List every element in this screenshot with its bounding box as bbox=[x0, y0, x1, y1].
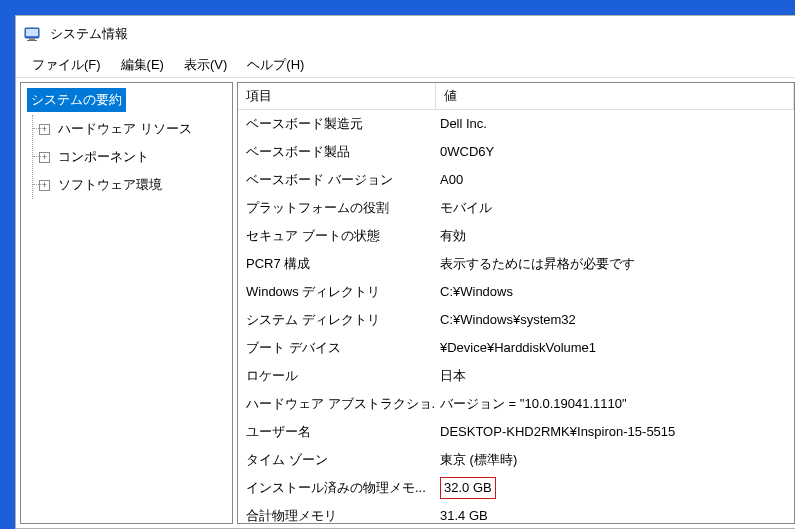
cell-value: モバイル bbox=[436, 194, 794, 222]
cell-value: Dell Inc. bbox=[436, 110, 794, 138]
cell-value: 0WCD6Y bbox=[436, 138, 794, 166]
highlighted-value: 32.0 GB bbox=[440, 477, 496, 499]
svg-rect-3 bbox=[27, 40, 37, 41]
cell-value: バージョン = "10.0.19041.1110" bbox=[436, 390, 794, 418]
menu-file[interactable]: ファイル(F) bbox=[22, 53, 111, 77]
cell-key: ベースボード製造元 bbox=[238, 110, 436, 138]
menubar: ファイル(F) 編集(E) 表示(V) ヘルプ(H) bbox=[16, 52, 795, 78]
menu-edit[interactable]: 編集(E) bbox=[111, 53, 174, 77]
cell-value: 有効 bbox=[436, 222, 794, 250]
expand-icon[interactable]: + bbox=[39, 180, 50, 191]
table-row[interactable]: 合計物理メモリ31.4 GB bbox=[238, 502, 794, 524]
table-row[interactable]: セキュア ブートの状態有効 bbox=[238, 222, 794, 250]
table-body[interactable]: ベースボード製造元Dell Inc.ベースボード製品0WCD6Yベースボード バ… bbox=[238, 110, 794, 524]
cell-value: ¥Device¥HarddiskVolume1 bbox=[436, 334, 794, 362]
table-row[interactable]: Windows ディレクトリC:¥Windows bbox=[238, 278, 794, 306]
titlebar[interactable]: システム情報 bbox=[16, 16, 795, 52]
svg-rect-1 bbox=[26, 29, 38, 36]
expand-icon[interactable]: + bbox=[39, 152, 50, 163]
header-key[interactable]: 項目 bbox=[238, 83, 436, 109]
table-row[interactable]: ブート デバイス¥Device¥HarddiskVolume1 bbox=[238, 334, 794, 362]
cell-value: 日本 bbox=[436, 362, 794, 390]
cell-key: 合計物理メモリ bbox=[238, 502, 436, 524]
tree-root-system-summary[interactable]: システムの要約 bbox=[21, 85, 232, 115]
table-row[interactable]: ベースボード製品0WCD6Y bbox=[238, 138, 794, 166]
svg-rect-2 bbox=[29, 38, 35, 40]
cell-key: タイム ゾーン bbox=[238, 446, 436, 474]
table-row[interactable]: インストール済みの物理メモ...32.0 GB bbox=[238, 474, 794, 502]
expand-icon[interactable]: + bbox=[39, 124, 50, 135]
table-row[interactable]: ユーザー名DESKTOP-KHD2RMK¥Inspiron-15-5515 bbox=[238, 418, 794, 446]
window-title: システム情報 bbox=[50, 25, 128, 43]
header-value[interactable]: 値 bbox=[436, 83, 794, 109]
cell-value: 東京 (標準時) bbox=[436, 446, 794, 474]
cell-key: Windows ディレクトリ bbox=[238, 278, 436, 306]
cell-key: ハードウェア アブストラクショ... bbox=[238, 390, 436, 418]
menu-view[interactable]: 表示(V) bbox=[174, 53, 237, 77]
table-header: 項目 値 bbox=[238, 83, 794, 110]
cell-key: ロケール bbox=[238, 362, 436, 390]
tree-children: + ハードウェア リソース + コンポーネント + ソフトウェア環境 bbox=[32, 115, 232, 199]
system-info-window: システム情報 ファイル(F) 編集(E) 表示(V) ヘルプ(H) システムの要… bbox=[15, 15, 795, 529]
tree-item-hardware-resources[interactable]: + ハードウェア リソース bbox=[33, 115, 232, 143]
tree-item-software-environment[interactable]: + ソフトウェア環境 bbox=[33, 171, 232, 199]
cell-key: ベースボード製品 bbox=[238, 138, 436, 166]
cell-value: C:¥Windows bbox=[436, 278, 794, 306]
cell-value: C:¥Windows¥system32 bbox=[436, 306, 794, 334]
cell-key: セキュア ブートの状態 bbox=[238, 222, 436, 250]
table-row[interactable]: ハードウェア アブストラクショ...バージョン = "10.0.19041.11… bbox=[238, 390, 794, 418]
tree-item-label: ソフトウェア環境 bbox=[56, 171, 164, 199]
table-row[interactable]: ベースボード バージョンA00 bbox=[238, 166, 794, 194]
content-area: システムの要約 + ハードウェア リソース + コンポーネント + ソフトウェア… bbox=[16, 78, 795, 528]
tree-item-label: コンポーネント bbox=[56, 143, 151, 171]
cell-key: システム ディレクトリ bbox=[238, 306, 436, 334]
app-icon bbox=[24, 25, 42, 43]
menu-help[interactable]: ヘルプ(H) bbox=[237, 53, 314, 77]
cell-key: ブート デバイス bbox=[238, 334, 436, 362]
cell-key: ベースボード バージョン bbox=[238, 166, 436, 194]
table-row[interactable]: タイム ゾーン東京 (標準時) bbox=[238, 446, 794, 474]
cell-value: A00 bbox=[436, 166, 794, 194]
tree-item-components[interactable]: + コンポーネント bbox=[33, 143, 232, 171]
cell-value: 32.0 GB bbox=[436, 474, 794, 502]
cell-key: ユーザー名 bbox=[238, 418, 436, 446]
details-panel: 項目 値 ベースボード製造元Dell Inc.ベースボード製品0WCD6Yベース… bbox=[237, 82, 795, 524]
table-row[interactable]: システム ディレクトリC:¥Windows¥system32 bbox=[238, 306, 794, 334]
tree-item-label: ハードウェア リソース bbox=[56, 115, 194, 143]
cell-value: 31.4 GB bbox=[436, 502, 794, 524]
table-row[interactable]: PCR7 構成表示するためには昇格が必要です bbox=[238, 250, 794, 278]
table-row[interactable]: ロケール日本 bbox=[238, 362, 794, 390]
table-row[interactable]: ベースボード製造元Dell Inc. bbox=[238, 110, 794, 138]
cell-value: 表示するためには昇格が必要です bbox=[436, 250, 794, 278]
tree-panel[interactable]: システムの要約 + ハードウェア リソース + コンポーネント + ソフトウェア… bbox=[20, 82, 233, 524]
cell-value: DESKTOP-KHD2RMK¥Inspiron-15-5515 bbox=[436, 418, 794, 446]
tree-root-label: システムの要約 bbox=[27, 88, 126, 112]
cell-key: インストール済みの物理メモ... bbox=[238, 474, 436, 502]
cell-key: プラットフォームの役割 bbox=[238, 194, 436, 222]
cell-key: PCR7 構成 bbox=[238, 250, 436, 278]
table-row[interactable]: プラットフォームの役割モバイル bbox=[238, 194, 794, 222]
